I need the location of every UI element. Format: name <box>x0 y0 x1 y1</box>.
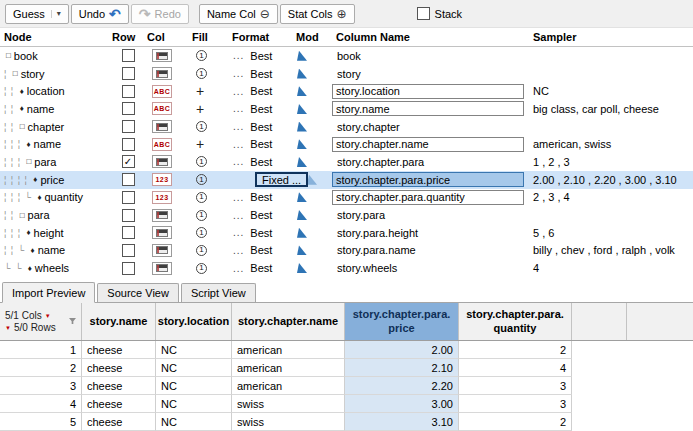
format-cell[interactable]: ...Best <box>230 242 294 260</box>
row-checkbox[interactable] <box>122 120 135 133</box>
format-cell[interactable]: ...Best <box>230 206 294 224</box>
column-name-cell[interactable]: story.name <box>330 100 530 118</box>
col-cell[interactable]: ABC <box>146 100 188 118</box>
preview-cell[interactable]: 2.10 <box>345 359 459 377</box>
mod-cell[interactable] <box>294 189 330 207</box>
fill-cell[interactable]: 1 <box>188 206 230 224</box>
column-name-cell[interactable]: story <box>330 65 530 83</box>
column-name-cell[interactable]: story.para.height <box>330 224 530 242</box>
guess-button[interactable]: Guess ▾ <box>5 4 69 24</box>
mod-cell[interactable] <box>294 259 330 277</box>
preview-cell[interactable]: 4 <box>459 359 572 377</box>
mod-cell[interactable] <box>294 135 330 153</box>
rows-menu-icon[interactable]: ▼ <box>5 325 11 331</box>
node-cell[interactable]: ¦ ¦ ¦ □para <box>0 153 110 171</box>
col-header-chapter-name[interactable]: story.chapter.name <box>232 303 345 340</box>
cols-panel-line[interactable]: 5/1 Cols ▼ <box>5 310 77 322</box>
col-cell[interactable] <box>146 153 188 171</box>
column-name-cell[interactable]: story.chapter.para <box>330 153 530 171</box>
stat-cols-button[interactable]: Stat Cols ⊕ <box>280 4 355 24</box>
row-checkbox[interactable] <box>122 138 135 151</box>
modeling-type-icon[interactable] <box>297 263 307 273</box>
node-cell[interactable]: ¦ ¦ ¦ └ ♦quantity <box>0 189 110 207</box>
fill-plus-icon[interactable]: + <box>196 84 204 98</box>
row-checkbox[interactable] <box>122 102 135 115</box>
preview-cell[interactable]: american <box>232 359 345 377</box>
column-name-cell[interactable]: story.chapter.para.quantity <box>330 189 530 207</box>
col-header-story-location[interactable]: story.location <box>156 303 232 340</box>
row-checkbox[interactable] <box>122 262 135 275</box>
modeling-type-icon[interactable] <box>297 192 307 202</box>
stack-checkbox[interactable]: Stack <box>417 7 463 20</box>
row-checkbox[interactable]: ✓ <box>122 155 135 168</box>
node-cell[interactable]: □book <box>0 47 110 65</box>
format-ellipsis-button[interactable]: ... <box>233 263 244 274</box>
format-ellipsis-button[interactable]: ... <box>233 210 244 221</box>
preview-cell[interactable]: cheese <box>82 413 156 431</box>
format-cell[interactable]: ...Best <box>230 189 294 207</box>
tree-row-name[interactable]: ¦ ¦ ♦nameABC+...Beststory.namebig class,… <box>0 100 693 118</box>
fill-plus-icon[interactable]: + <box>196 102 204 116</box>
column-name-cell[interactable]: story.chapter.name <box>330 135 530 153</box>
col-cell[interactable] <box>146 259 188 277</box>
modeling-type-icon[interactable] <box>297 104 307 114</box>
fill-plus-icon[interactable]: + <box>196 137 204 151</box>
mod-cell[interactable] <box>294 224 330 242</box>
preview-cell[interactable]: 3.00 <box>345 395 459 413</box>
fill-cell[interactable]: 1 <box>188 47 230 65</box>
mod-cell[interactable] <box>294 82 330 100</box>
format-cell[interactable]: ...Best <box>230 153 294 171</box>
preview-cell[interactable]: american <box>232 341 345 359</box>
col-cell[interactable]: ABC <box>146 135 188 153</box>
format-ellipsis-button[interactable]: ... <box>233 68 244 79</box>
redo-button[interactable]: ↷ Redo <box>131 4 189 24</box>
node-cell[interactable]: ¦ ¦ ♦name <box>0 100 110 118</box>
fill-once-icon[interactable]: 1 <box>196 210 207 221</box>
row-number[interactable]: 1 <box>0 341 82 359</box>
mod-cell[interactable] <box>294 118 330 136</box>
tree-row-wheels[interactable]: └ └ ♦wheels1...Beststory.wheels4 <box>0 259 693 277</box>
preview-cell[interactable]: NC <box>156 377 232 395</box>
fill-cell[interactable]: 1 <box>188 171 230 189</box>
modeling-type-icon[interactable] <box>297 86 307 96</box>
modeling-type-icon[interactable] <box>297 122 307 132</box>
column-name-cell[interactable]: story.chapter <box>330 118 530 136</box>
column-name-cell[interactable]: story.chapter.para.price <box>330 171 530 189</box>
col-header-para-quantity[interactable]: story.chapter.para. quantity <box>459 303 572 340</box>
tab-script-view[interactable]: Script View <box>181 283 256 302</box>
format-ellipsis-button[interactable]: ... <box>233 121 244 132</box>
row-checkbox[interactable] <box>122 67 135 80</box>
mod-cell[interactable] <box>294 47 330 65</box>
preview-cell[interactable]: swiss <box>232 413 345 431</box>
format-ellipsis-button[interactable]: ... <box>233 156 244 167</box>
node-cell[interactable]: ¦ ¦ ♦location <box>0 82 110 100</box>
rows-panel-line[interactable]: ▼ 5/0 Rows <box>5 322 77 334</box>
modeling-type-icon[interactable] <box>297 51 307 61</box>
col-cell[interactable]: 123 <box>146 171 188 189</box>
format-dropdown[interactable]: Fixed ... <box>255 172 308 187</box>
preview-cell[interactable]: 3.10 <box>345 413 459 431</box>
fill-cell[interactable]: 1 <box>188 153 230 171</box>
format-ellipsis-button[interactable]: ... <box>233 139 244 150</box>
tree-row-height[interactable]: ¦ ¦ ¦ ♦height1...Beststory.para.height5 … <box>0 224 693 242</box>
preview-cell[interactable]: cheese <box>82 359 156 377</box>
preview-cell[interactable]: 2 <box>459 413 572 431</box>
mod-cell[interactable] <box>294 100 330 118</box>
row-number[interactable]: 2 <box>0 359 82 377</box>
tree-row-story[interactable]: ¦ □story1...Beststory <box>0 65 693 83</box>
modeling-type-icon[interactable] <box>307 175 317 185</box>
preview-corner-panel[interactable]: 5/1 Cols ▼ ▼ 5/0 Rows <box>0 303 82 340</box>
modeling-type-icon[interactable] <box>297 245 307 255</box>
row-number[interactable]: 4 <box>0 395 82 413</box>
preview-cell[interactable]: NC <box>156 359 232 377</box>
format-cell[interactable]: Fixed ... <box>230 171 294 189</box>
row-checkbox[interactable] <box>122 49 135 62</box>
preview-cell[interactable]: 2.00 <box>345 341 459 359</box>
preview-cell[interactable]: NC <box>156 341 232 359</box>
column-name-cell[interactable]: story.para.name <box>330 242 530 260</box>
column-name-cell[interactable]: story.para <box>330 206 530 224</box>
preview-cell[interactable]: 2 <box>459 341 572 359</box>
tree-row-chapter[interactable]: ¦ ¦ □chapter1...Beststory.chapter <box>0 118 693 136</box>
node-cell[interactable]: └ └ ♦wheels <box>0 259 110 277</box>
tree-row-price[interactable]: ¦ ¦ ¦ ¦ ♦price1231Fixed ...story.chapter… <box>0 171 693 189</box>
